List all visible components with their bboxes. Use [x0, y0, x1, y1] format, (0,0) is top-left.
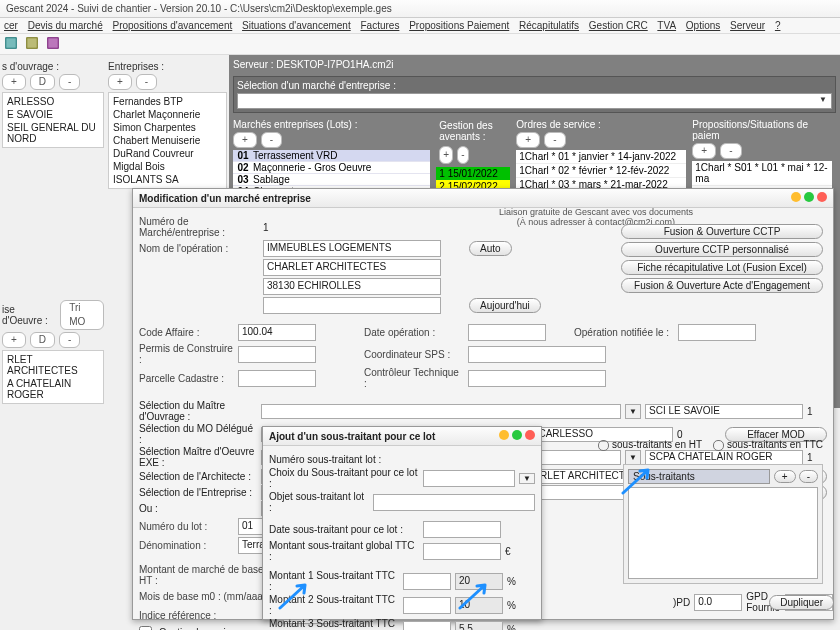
avenants-label: Gestion des avenants : [436, 119, 510, 143]
ctrl-tech-input[interactable] [468, 370, 606, 387]
menu-item[interactable]: Factures [360, 20, 399, 31]
oeuvre-list[interactable]: RLET ARCHITECTES A CHATELAIN ROGER [2, 350, 104, 404]
moisbase-label: Mois de base m0 : (mm/aaaa) [139, 591, 279, 602]
table-row[interactable]: 1Charl * 02 * février * 12-fév-2022 [516, 164, 686, 178]
ouverture-cctp-button[interactable]: Ouverture CCTP personnalisé [621, 242, 823, 257]
operation-input[interactable]: CHARLET ARCHITECTES [263, 259, 441, 276]
list-item[interactable]: Chabert Menuiserie [111, 134, 224, 147]
toolbar-icon[interactable] [25, 41, 43, 52]
remove-st-button[interactable]: - [799, 470, 818, 483]
date-op-input[interactable] [468, 324, 546, 341]
parcelle-input[interactable] [238, 370, 316, 387]
menu-item[interactable]: Gestion CRC [589, 20, 648, 31]
dropdown-icon[interactable]: ▼ [519, 473, 535, 484]
remove-button[interactable]: - [720, 143, 741, 159]
list-item[interactable]: ISOLANTS SA [111, 173, 224, 186]
dropdown-icon[interactable]: ▼ [625, 404, 641, 419]
list-item[interactable]: Simon Charpentes [111, 121, 224, 134]
menu-item[interactable]: Propositions d'avancement [113, 20, 233, 31]
menu-item[interactable]: ? [775, 20, 781, 31]
m3a-input[interactable] [403, 621, 451, 631]
remove-button[interactable]: - [261, 132, 282, 148]
d-button[interactable]: D [30, 74, 55, 90]
remove-button[interactable]: - [136, 74, 157, 90]
caution-checkbox[interactable] [139, 626, 152, 630]
sel-entreprise-dropdown[interactable] [237, 93, 832, 109]
table-row[interactable]: 1Charl * S01 * L01 * mai * 12-ma [692, 161, 832, 186]
operation-input[interactable] [263, 297, 441, 314]
toolbar-icon[interactable] [46, 41, 64, 52]
menu-item[interactable]: Récapitulatifs [519, 20, 579, 31]
add-button[interactable]: + [692, 143, 716, 159]
choix-st-input[interactable] [423, 470, 515, 487]
list-item[interactable]: RLET ARCHITECTES [5, 353, 101, 377]
list-item[interactable]: Charlet Maçonnerie [111, 108, 224, 121]
list-item[interactable]: A CHATELAIN ROGER [5, 377, 101, 401]
tri-mo-button[interactable]: Tri MO [60, 300, 104, 330]
close-icon[interactable] [525, 430, 535, 440]
menu-item[interactable]: Propositions Paiement [409, 20, 509, 31]
fusion-cctp-button[interactable]: Fusion & Ouverture CCTP [621, 224, 823, 239]
remove-button[interactable]: - [544, 132, 565, 148]
list-item[interactable]: ARLESSO [5, 95, 101, 108]
remove-button[interactable]: - [59, 74, 80, 90]
add-button[interactable]: + [2, 332, 26, 348]
code-affaire-input[interactable]: 100.04 [238, 324, 316, 341]
menu-item[interactable]: cer [4, 20, 18, 31]
today-button[interactable]: Aujourd'hui [469, 298, 541, 313]
auto-button[interactable]: Auto [469, 241, 512, 256]
menu-item[interactable]: Serveur [730, 20, 765, 31]
d-button[interactable]: D [30, 332, 55, 348]
fiche-recap-button[interactable]: Fiche récapitulative Lot (Fusion Excel) [621, 260, 823, 275]
sous-traitants-list[interactable] [628, 487, 818, 579]
minimize-icon[interactable] [499, 430, 509, 440]
op-notif-input[interactable] [678, 324, 756, 341]
fusion-acte-button[interactable]: Fusion & Ouverture Acte d'Engagement [621, 278, 823, 293]
list-item[interactable]: E SAVOIE [5, 108, 101, 121]
m3-pct-input[interactable]: 5.5 [455, 621, 503, 631]
entreprises-label: Entreprises : [108, 61, 227, 72]
parcelle-label: Parcelle Cadastre : [139, 373, 234, 384]
list-item[interactable]: DuRand Couvreur [111, 147, 224, 160]
ordres-table[interactable]: 1Charl * 01 * janvier * 14-janv-2022 1Ch… [516, 150, 686, 192]
date-st-input[interactable] [423, 521, 501, 538]
maximize-icon[interactable] [512, 430, 522, 440]
avenant-row[interactable]: 1 15/01/2022 [436, 167, 510, 180]
add-button[interactable]: + [108, 74, 132, 90]
operation-input[interactable]: 38130 ECHIROLLES [263, 278, 441, 295]
toolbar-icon[interactable] [4, 41, 22, 52]
operation-input[interactable]: IMMEUBLES LOGEMENTS [263, 240, 441, 257]
list-item[interactable]: Fernandes BTP [111, 95, 224, 108]
radio-ht[interactable] [598, 440, 609, 451]
menu-item[interactable]: Devis du marché [28, 20, 103, 31]
m2a-input[interactable] [403, 597, 451, 614]
radio-ttc[interactable] [713, 440, 724, 451]
permis-input[interactable] [238, 346, 316, 363]
remove-button[interactable]: - [59, 332, 80, 348]
add-st-button[interactable]: + [774, 470, 796, 483]
menu-item[interactable]: Options [686, 20, 720, 31]
montant-global-input[interactable] [423, 543, 501, 560]
gpd-input[interactable]: 0.0 [694, 594, 742, 611]
menu-item[interactable]: Situations d'avancement [242, 20, 351, 31]
table-row[interactable]: 1Charl * 01 * janvier * 14-janv-2022 [516, 150, 686, 164]
dupliquer-button[interactable]: Dupliquer [769, 595, 834, 610]
dropdown-icon[interactable]: ▼ [625, 450, 641, 465]
add-button[interactable]: + [233, 132, 257, 148]
list-item[interactable]: Migdal Bois [111, 160, 224, 173]
add-button[interactable]: + [439, 146, 453, 164]
add-button[interactable]: + [2, 74, 26, 90]
entreprises-list[interactable]: Fernandes BTP Charlet Maçonnerie Simon C… [108, 92, 227, 189]
remove-button[interactable]: - [457, 146, 468, 164]
maximize-icon[interactable] [804, 192, 814, 202]
list-item[interactable]: SEIL GENERAL DU NORD [5, 121, 101, 145]
minimize-icon[interactable] [791, 192, 801, 202]
m1a-input[interactable] [403, 573, 451, 590]
coord-sps-input[interactable] [468, 346, 606, 363]
objet-st-input[interactable] [373, 494, 535, 511]
sel-mo-input[interactable] [261, 404, 621, 419]
menu-item[interactable]: TVA [657, 20, 676, 31]
add-button[interactable]: + [516, 132, 540, 148]
close-icon[interactable] [817, 192, 827, 202]
ouvrage-list[interactable]: ARLESSO E SAVOIE SEIL GENERAL DU NORD [2, 92, 104, 148]
